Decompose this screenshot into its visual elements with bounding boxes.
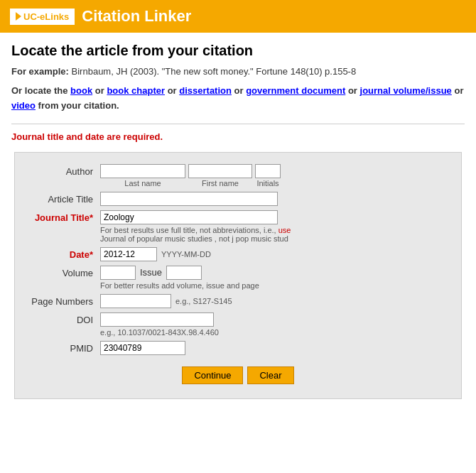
author-sublabels: Last name First name Initials: [100, 179, 281, 187]
pmid-row: PMID: [29, 341, 447, 355]
page-numbers-label: Page Numbers: [29, 294, 100, 307]
journal-title-hint: For best results use full title, not abb…: [100, 226, 291, 243]
page-numbers-hint: e.g., S127-S145: [175, 297, 232, 305]
locate-suffix: from your citation.: [38, 100, 119, 111]
locate-links-paragraph: Or locate the book or book chapter or di…: [11, 84, 465, 114]
author-inputs: [100, 164, 281, 178]
journal-title-input[interactable]: [100, 210, 278, 224]
example-value: Birnbaum, JH (2003). "The new soft money…: [72, 66, 357, 77]
volume-hint: For better results add volume, issue and…: [100, 281, 259, 290]
page-title: Locate the article from your citation: [11, 43, 465, 59]
link-video[interactable]: video: [11, 100, 36, 111]
article-title-input[interactable]: [100, 192, 278, 206]
article-title-label: Article Title: [29, 192, 100, 205]
article-title-field: [100, 192, 278, 206]
date-row: Date* YYYY-MM-DD: [29, 247, 447, 261]
issue-label: Issue: [140, 267, 162, 278]
example-text: For example: Birnbaum, JH (2003). "The n…: [11, 66, 465, 77]
sublabel-first: First name: [188, 179, 252, 187]
pmid-field-group: [100, 341, 185, 355]
volume-label: Volume: [29, 266, 100, 278]
link-journal-volume[interactable]: journal volume/issue: [360, 85, 452, 96]
page-numbers-input[interactable]: [100, 294, 171, 308]
doi-hint: e.g., 10.1037/0021-843X.98.4.460: [100, 328, 219, 337]
locate-prefix: Or locate the: [11, 85, 67, 96]
page-numbers-row: Page Numbers e.g., S127-S145: [29, 294, 447, 308]
doi-field-group: e.g., 10.1037/0021-843X.98.4.460: [100, 312, 219, 337]
badge-arrow-icon: [16, 12, 21, 21]
header: UC-eLinks Citation Linker: [0, 0, 476, 33]
volume-input[interactable]: [100, 266, 136, 280]
date-input[interactable]: [100, 247, 157, 261]
author-initials-input[interactable]: [255, 164, 281, 178]
required-notice: Journal title and date are required.: [11, 131, 465, 142]
badge-text: UC-eLinks: [23, 11, 69, 22]
author-field-group: Last name First name Initials: [100, 164, 281, 187]
journal-title-field-group: For best results use full title, not abb…: [100, 210, 291, 243]
header-title: Citation Linker: [82, 7, 191, 26]
buttons-row: Continue Clear: [29, 366, 447, 384]
author-first-input[interactable]: [188, 164, 252, 178]
divider: [11, 124, 465, 124]
pmid-label: PMID: [29, 341, 100, 354]
article-title-row: Article Title: [29, 192, 447, 206]
link-book[interactable]: book: [70, 85, 92, 96]
date-label: Date*: [29, 247, 100, 260]
uc-elinks-badge: UC-eLinks: [10, 9, 75, 25]
author-label: Author: [29, 164, 100, 177]
issue-input[interactable]: [166, 266, 202, 280]
main-content: Locate the article from your citation Fo…: [0, 33, 476, 411]
volume-issue-inputs: Issue: [100, 266, 259, 280]
author-row: Author Last name First name Initials: [29, 164, 447, 187]
journal-hint-link[interactable]: use: [278, 226, 291, 234]
volume-issue-row: Volume Issue For better results add volu…: [29, 266, 447, 290]
page-numbers-field-group: e.g., S127-S145: [100, 294, 232, 308]
date-format-hint: YYYY-MM-DD: [161, 250, 211, 259]
sublabel-initials: Initials: [255, 179, 281, 187]
journal-title-label: Journal Title*: [29, 210, 100, 223]
continue-button[interactable]: Continue: [182, 366, 243, 384]
date-field-group: YYYY-MM-DD: [100, 247, 211, 261]
volume-issue-field-group: Issue For better results add volume, iss…: [100, 266, 259, 290]
doi-label: DOI: [29, 312, 100, 325]
link-book-chapter[interactable]: book chapter: [107, 85, 165, 96]
sublabel-last: Last name: [100, 179, 185, 187]
pmid-input[interactable]: [100, 341, 185, 355]
clear-button[interactable]: Clear: [247, 366, 293, 384]
link-dissertation[interactable]: dissertation: [179, 85, 232, 96]
link-government-document[interactable]: government document: [246, 85, 345, 96]
doi-row: DOI e.g., 10.1037/0021-843X.98.4.460: [29, 312, 447, 337]
form-container: Author Last name First name Initials Art…: [14, 152, 462, 399]
journal-title-row: Journal Title* For best results use full…: [29, 210, 447, 243]
author-last-input[interactable]: [100, 164, 185, 178]
example-label: For example:: [11, 66, 69, 77]
doi-input[interactable]: [100, 312, 214, 327]
